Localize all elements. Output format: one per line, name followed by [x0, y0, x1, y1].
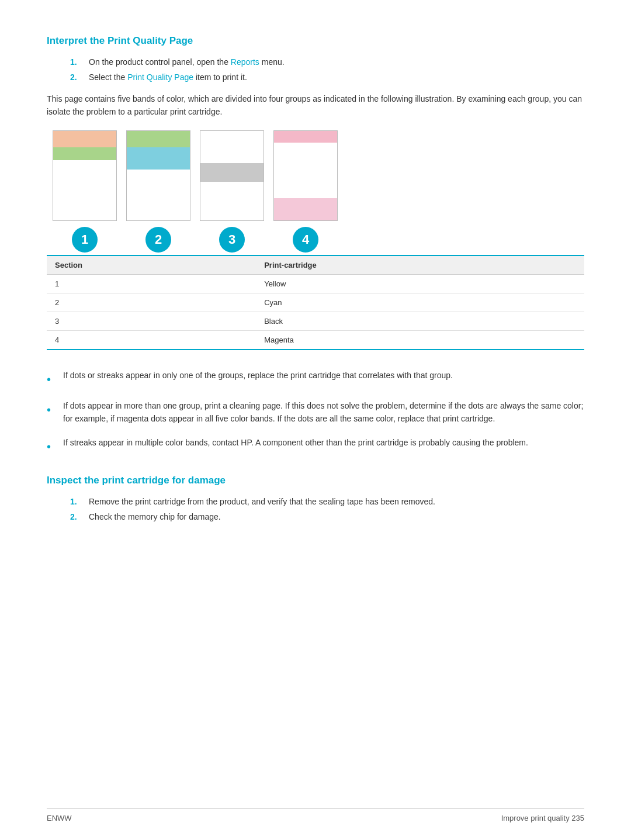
circle-num-4: 4: [273, 227, 338, 253]
table-row: 2Cyan: [47, 293, 584, 312]
section1-steps: 1. On the product control panel, open th…: [70, 57, 584, 82]
table-cell-cartridge: Cyan: [256, 293, 584, 312]
table-row: 3Black: [47, 312, 584, 330]
step-text: Remove the print cartridge from the prod…: [89, 497, 435, 506]
band4-strip2: [274, 198, 337, 220]
bullet-dot-icon: •: [47, 370, 55, 389]
band3-strip1: [200, 163, 264, 182]
band-box-2: [126, 130, 190, 221]
circle-num-2: 2: [126, 227, 190, 253]
col-header-section: Section: [47, 255, 256, 275]
section1-description: This page contains five bands of color, …: [47, 92, 584, 119]
section2: Inspect the print cartridge for damage 1…: [47, 475, 584, 521]
bullet-text: If dots appear in more than one group, p…: [63, 399, 584, 426]
table-cell-section: 3: [47, 312, 256, 330]
table-cell-section: 2: [47, 293, 256, 312]
section1-title: Interpret the Print Quality Page: [47, 35, 584, 47]
step-num: 1.: [70, 497, 82, 506]
band2-strip2: [127, 147, 190, 170]
number-circles: 1 2 3 4: [47, 227, 584, 253]
table-body: 1Yellow2Cyan3Black4Magenta: [47, 274, 584, 350]
circle-num-3: 3: [200, 227, 264, 253]
band-box-1: [53, 130, 117, 221]
table-cell-section: 1: [47, 274, 256, 293]
table-cell-cartridge: Magenta: [256, 330, 584, 350]
step1-text: On the product control panel, open the R…: [89, 57, 285, 67]
band2-strip1: [127, 131, 190, 147]
section2-steps: 1.Remove the print cartridge from the pr…: [70, 497, 584, 521]
step-item: 1.Remove the print cartridge from the pr…: [70, 497, 584, 506]
step1-num: 1.: [70, 57, 82, 67]
footer-left: ENWW: [47, 814, 72, 822]
table-row: 1Yellow: [47, 274, 584, 293]
col-header-cartridge: Print-cartridge: [256, 255, 584, 275]
circle-1: 1: [72, 227, 98, 253]
section2-title: Inspect the print cartridge for damage: [47, 475, 584, 486]
circle-4: 4: [293, 227, 318, 253]
step2-text: Select the Print Quality Page item to pr…: [89, 72, 247, 82]
band4-strip1: [274, 131, 337, 143]
print-quality-page-link[interactable]: Print Quality Page: [127, 72, 193, 82]
table-header-row: Section Print-cartridge: [47, 255, 584, 275]
band1-strip1: [53, 131, 116, 147]
footer-right: Improve print quality 235: [501, 814, 584, 822]
table-row: 4Magenta: [47, 330, 584, 350]
step-2: 2. Select the Print Quality Page item to…: [70, 72, 584, 82]
bullet-text: If streaks appear in multiple color band…: [63, 436, 528, 456]
step-text: Check the memory chip for damage.: [89, 512, 221, 521]
bullet-text: If dots or streaks appear in only one of…: [63, 369, 453, 389]
bullet-dot-icon: •: [47, 400, 55, 426]
list-item: •If dots or streaks appear in only one o…: [47, 369, 584, 389]
band-box-4: [273, 130, 338, 221]
list-item: •If dots appear in more than one group, …: [47, 399, 584, 426]
reports-link[interactable]: Reports: [231, 57, 259, 67]
step-1: 1. On the product control panel, open th…: [70, 57, 584, 67]
table-cell-section: 4: [47, 330, 256, 350]
band1-strip2: [53, 147, 116, 160]
step-num: 2.: [70, 512, 82, 521]
circle-num-1: 1: [53, 227, 117, 253]
circle-3: 3: [219, 227, 245, 253]
page-footer: ENWW Improve print quality 235: [47, 808, 584, 822]
step-item: 2.Check the memory chip for damage.: [70, 512, 584, 521]
step2-num: 2.: [70, 72, 82, 82]
table-cell-cartridge: Yellow: [256, 274, 584, 293]
bullet-list: •If dots or streaks appear in only one o…: [47, 369, 584, 456]
table-cell-cartridge: Black: [256, 312, 584, 330]
circle-2: 2: [145, 227, 171, 253]
color-bands-illustration: [47, 130, 584, 221]
cartridge-table: Section Print-cartridge 1Yellow2Cyan3Bla…: [47, 255, 584, 350]
list-item: •If streaks appear in multiple color ban…: [47, 436, 584, 456]
bullet-dot-icon: •: [47, 437, 55, 456]
band-box-3: [200, 130, 264, 221]
